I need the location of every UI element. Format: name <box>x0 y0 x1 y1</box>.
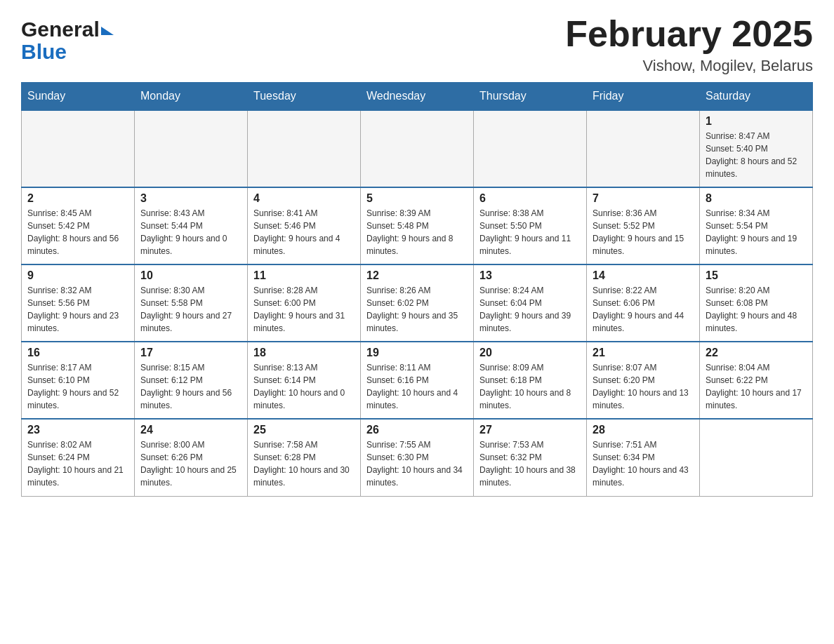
day-number: 24 <box>140 424 241 436</box>
day-number: 12 <box>366 269 468 282</box>
calendar-week-5: 23Sunrise: 8:02 AMSunset: 6:24 PMDayligh… <box>22 419 813 496</box>
calendar-cell: 9Sunrise: 8:32 AMSunset: 5:56 PMDaylight… <box>22 264 135 342</box>
weekday-header-saturday: Saturday <box>700 83 813 111</box>
day-number: 25 <box>253 424 355 436</box>
day-info: Sunrise: 8:30 AMSunset: 5:58 PMDaylight:… <box>140 284 241 335</box>
day-info: Sunrise: 7:58 AMSunset: 6:28 PMDaylight:… <box>253 438 355 489</box>
day-number: 15 <box>706 269 807 282</box>
day-info: Sunrise: 8:34 AMSunset: 5:54 PMDaylight:… <box>706 207 807 257</box>
day-number: 19 <box>366 347 468 359</box>
day-info: Sunrise: 7:51 AMSunset: 6:34 PMDaylight:… <box>593 438 694 489</box>
calendar-cell: 14Sunrise: 8:22 AMSunset: 6:06 PMDayligh… <box>587 264 700 342</box>
calendar-cell: 12Sunrise: 8:26 AMSunset: 6:02 PMDayligh… <box>361 264 474 342</box>
calendar-cell: 7Sunrise: 8:36 AMSunset: 5:52 PMDaylight… <box>587 187 700 264</box>
calendar-cell: 2Sunrise: 8:45 AMSunset: 5:42 PMDaylight… <box>22 187 135 264</box>
day-number: 16 <box>27 347 128 359</box>
calendar-cell: 1Sunrise: 8:47 AMSunset: 5:40 PMDaylight… <box>700 110 813 187</box>
calendar-cell: 5Sunrise: 8:39 AMSunset: 5:48 PMDaylight… <box>361 187 474 264</box>
day-number: 17 <box>140 347 241 359</box>
weekday-header-sunday: Sunday <box>22 83 135 111</box>
calendar-cell: 10Sunrise: 8:30 AMSunset: 5:58 PMDayligh… <box>135 264 248 342</box>
calendar-cell: 24Sunrise: 8:00 AMSunset: 6:26 PMDayligh… <box>135 419 248 496</box>
calendar-cell: 6Sunrise: 8:38 AMSunset: 5:50 PMDaylight… <box>474 187 587 264</box>
calendar-cell: 23Sunrise: 8:02 AMSunset: 6:24 PMDayligh… <box>22 419 135 496</box>
logo-arrow-icon <box>101 27 114 35</box>
calendar-cell: 11Sunrise: 8:28 AMSunset: 6:00 PMDayligh… <box>248 264 361 342</box>
day-info: Sunrise: 8:13 AMSunset: 6:14 PMDaylight:… <box>253 361 355 412</box>
calendar-cell: 18Sunrise: 8:13 AMSunset: 6:14 PMDayligh… <box>248 342 361 419</box>
weekday-header-tuesday: Tuesday <box>248 83 361 111</box>
weekday-header-row: SundayMondayTuesdayWednesdayThursdayFrid… <box>22 83 813 111</box>
day-info: Sunrise: 8:45 AMSunset: 5:42 PMDaylight:… <box>27 207 128 257</box>
calendar-cell: 4Sunrise: 8:41 AMSunset: 5:46 PMDaylight… <box>248 187 361 264</box>
calendar-cell: 19Sunrise: 8:11 AMSunset: 6:16 PMDayligh… <box>361 342 474 419</box>
day-info: Sunrise: 8:39 AMSunset: 5:48 PMDaylight:… <box>366 207 468 257</box>
title-section: February 2025 Vishow, Mogilev, Belarus <box>565 14 813 75</box>
day-info: Sunrise: 8:15 AMSunset: 6:12 PMDaylight:… <box>140 361 241 412</box>
day-info: Sunrise: 8:17 AMSunset: 6:10 PMDaylight:… <box>27 361 128 412</box>
day-number: 4 <box>253 192 355 205</box>
weekday-header-friday: Friday <box>587 83 700 111</box>
day-info: Sunrise: 8:07 AMSunset: 6:20 PMDaylight:… <box>593 361 694 412</box>
day-info: Sunrise: 8:43 AMSunset: 5:44 PMDaylight:… <box>140 207 241 257</box>
day-info: Sunrise: 8:41 AMSunset: 5:46 PMDaylight:… <box>253 207 355 257</box>
day-number: 6 <box>479 192 581 205</box>
day-info: Sunrise: 7:55 AMSunset: 6:30 PMDaylight:… <box>366 438 468 489</box>
calendar-cell: 16Sunrise: 8:17 AMSunset: 6:10 PMDayligh… <box>22 342 135 419</box>
calendar-cell: 8Sunrise: 8:34 AMSunset: 5:54 PMDaylight… <box>700 187 813 264</box>
calendar-cell <box>135 110 248 187</box>
day-number: 8 <box>706 192 807 205</box>
calendar-table: SundayMondayTuesdayWednesdayThursdayFrid… <box>21 82 813 497</box>
day-info: Sunrise: 8:47 AMSunset: 5:40 PMDaylight:… <box>706 130 807 180</box>
calendar-cell <box>587 110 700 187</box>
calendar-cell: 20Sunrise: 8:09 AMSunset: 6:18 PMDayligh… <box>474 342 587 419</box>
calendar-cell: 22Sunrise: 8:04 AMSunset: 6:22 PMDayligh… <box>700 342 813 419</box>
day-info: Sunrise: 8:28 AMSunset: 6:00 PMDaylight:… <box>253 284 355 335</box>
day-info: Sunrise: 8:04 AMSunset: 6:22 PMDaylight:… <box>706 361 807 412</box>
day-number: 28 <box>593 424 694 436</box>
calendar-cell: 13Sunrise: 8:24 AMSunset: 6:04 PMDayligh… <box>474 264 587 342</box>
day-number: 27 <box>479 424 581 436</box>
day-info: Sunrise: 8:00 AMSunset: 6:26 PMDaylight:… <box>140 438 241 489</box>
calendar-cell: 3Sunrise: 8:43 AMSunset: 5:44 PMDaylight… <box>135 187 248 264</box>
day-info: Sunrise: 8:09 AMSunset: 6:18 PMDaylight:… <box>479 361 581 412</box>
day-number: 10 <box>140 269 241 282</box>
location-title: Vishow, Mogilev, Belarus <box>565 57 813 75</box>
day-info: Sunrise: 8:36 AMSunset: 5:52 PMDaylight:… <box>593 207 694 257</box>
calendar-cell: 15Sunrise: 8:20 AMSunset: 6:08 PMDayligh… <box>700 264 813 342</box>
calendar-cell <box>248 110 361 187</box>
day-info: Sunrise: 8:26 AMSunset: 6:02 PMDaylight:… <box>366 284 468 335</box>
weekday-header-monday: Monday <box>135 83 248 111</box>
logo-blue-text: Blue <box>21 40 67 64</box>
calendar-cell: 26Sunrise: 7:55 AMSunset: 6:30 PMDayligh… <box>361 419 474 496</box>
calendar-cell <box>22 110 135 187</box>
calendar-cell: 27Sunrise: 7:53 AMSunset: 6:32 PMDayligh… <box>474 419 587 496</box>
day-info: Sunrise: 8:11 AMSunset: 6:16 PMDaylight:… <box>366 361 468 412</box>
month-title: February 2025 <box>565 14 813 54</box>
day-info: Sunrise: 8:32 AMSunset: 5:56 PMDaylight:… <box>27 284 128 335</box>
day-number: 22 <box>706 347 807 359</box>
calendar-cell: 28Sunrise: 7:51 AMSunset: 6:34 PMDayligh… <box>587 419 700 496</box>
day-info: Sunrise: 8:24 AMSunset: 6:04 PMDaylight:… <box>479 284 581 335</box>
day-info: Sunrise: 8:20 AMSunset: 6:08 PMDaylight:… <box>706 284 807 335</box>
calendar-cell: 17Sunrise: 8:15 AMSunset: 6:12 PMDayligh… <box>135 342 248 419</box>
page-header: General Blue February 2025 Vishow, Mogil… <box>21 14 813 75</box>
calendar-week-2: 2Sunrise: 8:45 AMSunset: 5:42 PMDaylight… <box>22 187 813 264</box>
day-number: 18 <box>253 347 355 359</box>
day-number: 23 <box>27 424 128 436</box>
logo: General Blue <box>21 14 114 64</box>
calendar-cell <box>474 110 587 187</box>
calendar-week-3: 9Sunrise: 8:32 AMSunset: 5:56 PMDaylight… <box>22 264 813 342</box>
day-number: 21 <box>593 347 694 359</box>
day-number: 9 <box>27 269 128 282</box>
day-info: Sunrise: 8:38 AMSunset: 5:50 PMDaylight:… <box>479 207 581 257</box>
day-number: 7 <box>593 192 694 205</box>
calendar-cell <box>700 419 813 496</box>
day-info: Sunrise: 7:53 AMSunset: 6:32 PMDaylight:… <box>479 438 581 489</box>
day-number: 3 <box>140 192 241 205</box>
calendar-cell: 21Sunrise: 8:07 AMSunset: 6:20 PMDayligh… <box>587 342 700 419</box>
day-number: 1 <box>706 115 807 128</box>
weekday-header-wednesday: Wednesday <box>361 83 474 111</box>
day-info: Sunrise: 8:02 AMSunset: 6:24 PMDaylight:… <box>27 438 128 489</box>
calendar-cell: 25Sunrise: 7:58 AMSunset: 6:28 PMDayligh… <box>248 419 361 496</box>
